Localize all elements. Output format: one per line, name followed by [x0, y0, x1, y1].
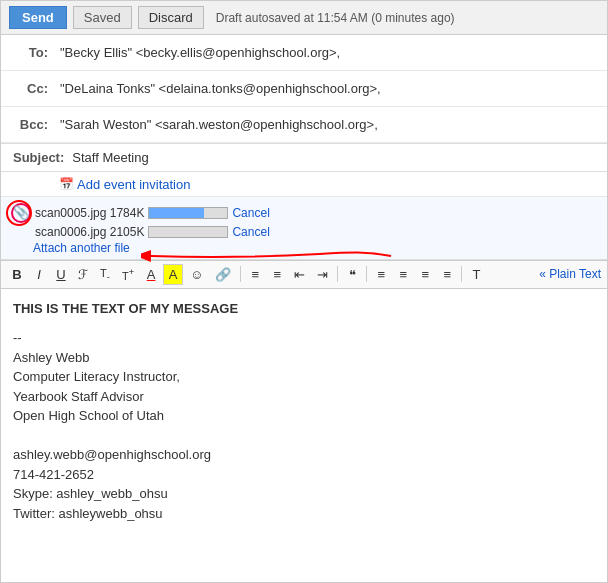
- remove-format-button[interactable]: T: [466, 264, 486, 285]
- unordered-list-button[interactable]: ≡: [267, 264, 287, 285]
- send-button[interactable]: Send: [9, 6, 67, 29]
- attach-another-row: Attach another file: [11, 241, 599, 255]
- attachment-row-1: 📎 scan0005.jpg 1784K Cancel: [11, 203, 599, 223]
- discard-button[interactable]: Discard: [138, 6, 204, 29]
- separator-2: [337, 266, 338, 282]
- cancel-2-link[interactable]: Cancel: [232, 225, 269, 239]
- attach-another-link[interactable]: Attach another file: [33, 241, 130, 255]
- emoji-button[interactable]: ☺: [185, 264, 208, 285]
- separator-1: [240, 266, 241, 282]
- separator-3: [366, 266, 367, 282]
- message-body[interactable]: THIS IS THE TEXT OF MY MESSAGE -- Ashley…: [1, 289, 607, 534]
- plain-text-link[interactable]: « Plain Text: [539, 267, 601, 281]
- indent-less-button[interactable]: ⇤: [289, 264, 310, 285]
- cc-value: "DeLaina Tonks" <delaina.tonks@openhighs…: [56, 71, 607, 104]
- to-row: To: "Becky Ellis" <becky.ellis@openhighs…: [1, 35, 607, 71]
- paperclip-icon: 📎: [11, 203, 31, 223]
- subject-input[interactable]: [72, 150, 599, 165]
- address-section: To: "Becky Ellis" <becky.ellis@openhighs…: [1, 35, 607, 144]
- signature: -- Ashley Webb Computer Literacy Instruc…: [13, 328, 595, 523]
- separator-4: [461, 266, 462, 282]
- font-size-down-button[interactable]: T-: [95, 264, 115, 285]
- font-button[interactable]: ℱ: [73, 264, 93, 285]
- attachment-row-2: scan0006.jpg 2105K Cancel: [11, 225, 599, 239]
- align-left-button[interactable]: ≡: [371, 264, 391, 285]
- align-right-button[interactable]: ≡: [415, 264, 435, 285]
- progress-bar-1: [148, 207, 228, 219]
- underline-button[interactable]: U: [51, 264, 71, 285]
- bcc-label: Bcc:: [1, 107, 56, 140]
- align-center-button[interactable]: ≡: [393, 264, 413, 285]
- format-toolbar: B I U ℱ T- T+ A A ☺ 🔗 ≡ ≡ ⇤ ⇥ ❝ ≡ ≡ ≡ ≡ …: [1, 260, 607, 289]
- bcc-value: "Sarah Weston" <sarah.weston@openhighsch…: [56, 107, 607, 140]
- event-invitation-label: Add event invitation: [77, 177, 190, 192]
- indent-more-button[interactable]: ⇥: [312, 264, 333, 285]
- cc-label: Cc:: [1, 71, 56, 104]
- event-invitation-row: 📅 Add event invitation: [1, 172, 607, 197]
- ordered-list-button[interactable]: ≡: [245, 264, 265, 285]
- compose-toolbar: Send Saved Discard Draft autosaved at 11…: [1, 1, 607, 35]
- draft-status: Draft autosaved at 11:54 AM (0 minutes a…: [216, 11, 455, 25]
- progress-bar-2: [148, 226, 228, 238]
- italic-button[interactable]: I: [29, 264, 49, 285]
- highlight-button[interactable]: A: [163, 264, 183, 285]
- attachment-1-name: scan0005.jpg 1784K: [35, 206, 144, 220]
- cancel-1-link[interactable]: Cancel: [232, 206, 269, 220]
- add-event-invitation-link[interactable]: 📅 Add event invitation: [59, 177, 190, 192]
- message-body-text: THIS IS THE TEXT OF MY MESSAGE: [13, 299, 595, 319]
- subject-label: Subject:: [13, 150, 64, 165]
- align-justify-button[interactable]: ≡: [437, 264, 457, 285]
- attachment-2-name: scan0006.jpg 2105K: [35, 225, 144, 239]
- bold-button[interactable]: B: [7, 264, 27, 285]
- saved-button[interactable]: Saved: [73, 6, 132, 29]
- to-label: To:: [1, 35, 56, 68]
- calendar-icon: 📅: [59, 177, 74, 191]
- font-size-up-button[interactable]: T+: [117, 264, 139, 285]
- subject-row: Subject:: [1, 144, 607, 172]
- blockquote-button[interactable]: ❝: [342, 264, 362, 285]
- link-button[interactable]: 🔗: [210, 264, 236, 285]
- cc-row: Cc: "DeLaina Tonks" <delaina.tonks@openh…: [1, 71, 607, 107]
- progress-fill-1: [149, 208, 204, 218]
- to-value: "Becky Ellis" <becky.ellis@openhighschoo…: [56, 35, 607, 68]
- font-color-button[interactable]: A: [141, 264, 161, 285]
- attachments-section: 📎 scan0005.jpg 1784K Cancel scan0006.jpg…: [1, 197, 607, 260]
- bcc-row: Bcc: "Sarah Weston" <sarah.weston@openhi…: [1, 107, 607, 143]
